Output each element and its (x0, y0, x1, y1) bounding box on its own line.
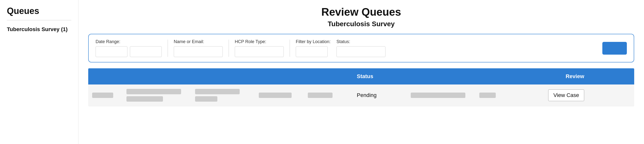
td-col-7 (407, 88, 476, 102)
search-button[interactable] (602, 42, 627, 54)
td-col-3-lines (195, 89, 251, 102)
placeholder-5 (308, 92, 332, 98)
name-email-input[interactable] (174, 46, 223, 57)
th-col-3 (191, 68, 255, 84)
sidebar-title: Queues (7, 6, 71, 16)
page-subtitle: Tuberculosis Survey (88, 20, 634, 28)
filter-divider-2 (229, 40, 229, 57)
filter-divider-1 (168, 40, 168, 57)
td-col-2 (122, 84, 191, 106)
table-row: Pending View Case (88, 84, 634, 106)
td-col-8 (476, 88, 524, 102)
hcp-role-label: HCP Role Type: (235, 39, 284, 44)
td-col-5 (304, 88, 353, 102)
sidebar-item-tuberculosis[interactable]: Tuberculosis Survey (1) (7, 26, 71, 32)
filter-divider-3 (290, 40, 290, 57)
view-case-button[interactable]: View Case (548, 90, 584, 101)
name-email-group: Name or Email: (174, 39, 223, 57)
th-col-8 (476, 68, 524, 84)
sidebar: Queues Tuberculosis Survey (1) (0, 0, 78, 144)
td-col-3 (191, 84, 255, 106)
filter-location-inputs (296, 46, 330, 57)
status-input[interactable] (336, 46, 386, 57)
th-col-4 (255, 68, 304, 84)
filter-location-input[interactable] (296, 46, 328, 57)
status-value: Pending (357, 92, 377, 98)
placeholder-2b (126, 96, 163, 102)
filter-location-label: Filter by Location: (296, 39, 330, 44)
table-header: Status Review (88, 68, 634, 84)
name-email-inputs (174, 46, 223, 57)
results-table: Status Review (88, 68, 634, 106)
th-col-1 (88, 68, 122, 84)
th-status: Status (353, 68, 407, 84)
filter-location-group: Filter by Location: (296, 39, 330, 57)
placeholder-1 (92, 92, 113, 98)
date-range-inputs (96, 46, 162, 57)
filter-bar: Date Range: Name or Email: HCP Role Type… (88, 34, 634, 62)
status-label: Status: (336, 39, 386, 44)
date-range-from-input[interactable] (96, 46, 128, 57)
td-review: View Case (524, 85, 588, 106)
th-review: Review (524, 68, 588, 84)
hcp-role-input[interactable] (235, 46, 284, 57)
placeholder-3b (195, 96, 217, 102)
status-group: Status: (336, 39, 386, 57)
hcp-role-inputs (235, 46, 284, 57)
td-status: Pending (353, 88, 407, 103)
name-email-label: Name or Email: (174, 39, 223, 44)
placeholder-4 (259, 92, 292, 98)
placeholder-8 (479, 92, 496, 98)
status-inputs (336, 46, 386, 57)
date-range-group: Date Range: (96, 39, 162, 57)
td-col-1 (88, 88, 122, 102)
date-range-label: Date Range: (96, 39, 162, 44)
th-col-7 (407, 68, 476, 84)
placeholder-3a (195, 89, 240, 94)
placeholder-7 (411, 92, 465, 98)
hcp-role-group: HCP Role Type: (235, 39, 284, 57)
date-range-to-input[interactable] (130, 46, 162, 57)
page-title: Review Queues (88, 6, 634, 18)
td-col-2-lines (126, 89, 187, 102)
th-col-5 (304, 68, 353, 84)
sidebar-divider (7, 20, 71, 20)
placeholder-2a (126, 89, 181, 94)
td-col-4 (255, 88, 304, 102)
main-content: Review Queues Tuberculosis Survey Date R… (78, 0, 644, 144)
th-col-2 (122, 68, 191, 84)
